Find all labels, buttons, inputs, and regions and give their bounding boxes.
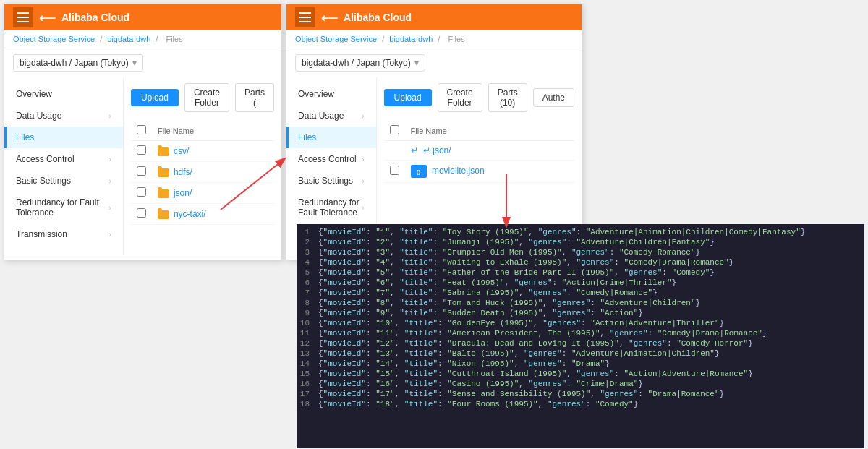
logo-icon: ⟵ — [39, 11, 56, 25]
code-line: 10{"movieId": "10", "title": "GoldenEye … — [297, 318, 864, 328]
file-link[interactable]: nyc-taxi/ — [174, 209, 206, 219]
sidebar-item-basic-settings[interactable]: Basic Settings › — [286, 170, 376, 192]
file-table-1: File Name csv/ hdfs/ json/ — [131, 121, 274, 225]
logo-icon: ⟵ — [321, 11, 338, 25]
row-checkbox[interactable] — [137, 145, 146, 155]
sidebar-item-access-control[interactable]: Access Control › — [4, 148, 123, 170]
chevron-right-icon: › — [362, 112, 364, 120]
row-checkbox[interactable] — [137, 187, 146, 197]
region-label: bigdata-dwh / Japan (Tokyo) — [302, 58, 411, 68]
line-number: 8 — [297, 299, 318, 307]
code-line: 14{"movieId": "14", "title": "Nixon (199… — [297, 359, 864, 369]
line-number: 17 — [297, 390, 318, 398]
line-number: 15 — [297, 369, 318, 378]
code-panel: 1{"movieId": "1", "title": "Toy Story (1… — [297, 224, 864, 448]
sidebar-item-redundancy[interactable]: Redundancy for Fault Tolerance › — [286, 192, 376, 223]
parts-button[interactable]: Parts ( — [235, 83, 274, 112]
line-number: 1 — [297, 228, 318, 236]
file-link[interactable]: csv/ — [174, 146, 189, 156]
select-all-checkbox[interactable] — [390, 125, 399, 134]
code-content: 1{"movieId": "1", "title": "Toy Story (1… — [297, 224, 864, 412]
breadcrumb-current: Files — [166, 35, 182, 43]
top-bar-1: ⟵ Alibaba Cloud — [4, 4, 281, 30]
app-name: Alibaba Cloud — [61, 12, 129, 23]
folder-icon — [158, 147, 169, 156]
table-row: {} movielite.json — [384, 161, 574, 183]
table-row: csv/ — [131, 141, 274, 162]
code-line: 2{"movieId": "2", "title": "Jumanji (199… — [297, 237, 864, 247]
sidebar-item-basic-settings[interactable]: Basic Settings › — [4, 170, 123, 192]
chevron-down-icon: ▾ — [132, 58, 137, 68]
json-file-icon: {} — [411, 165, 427, 178]
table-row: hdfs/ — [131, 162, 274, 183]
hamburger-icon[interactable] — [13, 7, 33, 27]
line-text: {"movieId": "9", "title": "Sudden Death … — [318, 309, 643, 317]
sidebar-item-redundancy[interactable]: Redundancy for Fault Tolerance › — [4, 192, 123, 223]
line-text: {"movieId": "10", "title": "GoldenEye (1… — [318, 319, 724, 328]
code-line: 3{"movieId": "3", "title": "Grumpier Old… — [297, 247, 864, 257]
back-row: ↵ ↵ json/ — [384, 141, 574, 161]
parts-button[interactable]: Parts (10) — [488, 83, 527, 112]
upload-button[interactable]: Upload — [131, 89, 179, 106]
line-text: {"movieId": "2", "title": "Jumanji (1995… — [318, 238, 715, 247]
line-number: 5 — [297, 268, 318, 277]
line-text: {"movieId": "13", "title": "Balto (1995)… — [318, 349, 720, 358]
sidebar-item-files[interactable]: Files — [286, 127, 376, 148]
region-selector-2[interactable]: bigdata-dwh / Japan (Tokyo) ▾ — [295, 54, 425, 72]
sidebar-item-transmission[interactable]: Transmission › — [4, 223, 123, 245]
sidebar-item-data-usage[interactable]: Data Usage › — [286, 105, 376, 127]
line-number: 10 — [297, 319, 318, 328]
line-number: 4 — [297, 258, 318, 267]
code-line: 13{"movieId": "13", "title": "Balto (199… — [297, 348, 864, 359]
toolbar-2: Upload Create Folder Parts (10) Authe — [384, 83, 574, 112]
line-number: 14 — [297, 359, 318, 368]
folder-icon — [158, 210, 169, 219]
code-line: 9{"movieId": "9", "title": "Sudden Death… — [297, 308, 864, 318]
sidebar-item-files[interactable]: Files — [4, 127, 123, 148]
upload-button[interactable]: Upload — [384, 89, 432, 106]
chevron-right-icon: › — [109, 177, 111, 185]
code-line: 17{"movieId": "17", "title": "Sense and … — [297, 389, 864, 399]
sidebar-item-overview[interactable]: Overview — [286, 83, 376, 105]
sidebar-item-overview[interactable]: Overview — [4, 83, 123, 105]
row-checkbox[interactable] — [137, 166, 146, 176]
breadcrumb-2: Object Storage Service / bigdata-dwh / F… — [286, 30, 582, 48]
breadcrumb-bucket[interactable]: bigdata-dwh — [389, 35, 433, 43]
file-table-2: File Name ↵ ↵ json/ {} — [384, 121, 574, 183]
code-line: 15{"movieId": "15", "title": "Cutthroat … — [297, 369, 864, 379]
breadcrumb-oss[interactable]: Object Storage Service — [13, 35, 95, 43]
select-all-checkbox[interactable] — [137, 125, 146, 134]
line-text: {"movieId": "1", "title": "Toy Story (19… — [318, 228, 805, 236]
sidebar-item-access-control[interactable]: Access Control › — [286, 148, 376, 170]
chevron-right-icon: › — [362, 177, 364, 185]
file-link[interactable]: movielite.json — [432, 166, 485, 176]
line-number: 7 — [297, 288, 318, 297]
file-link[interactable]: hdfs/ — [174, 167, 192, 177]
hamburger-icon[interactable] — [295, 7, 315, 27]
code-line: 7{"movieId": "7", "title": "Sabrina (199… — [297, 288, 864, 298]
chevron-right-icon: › — [109, 112, 111, 120]
breadcrumb-oss[interactable]: Object Storage Service — [295, 35, 377, 43]
create-folder-button[interactable]: Create Folder — [438, 83, 482, 112]
top-bar-2: ⟵ Alibaba Cloud — [286, 4, 582, 30]
breadcrumb-bucket[interactable]: bigdata-dwh — [107, 35, 150, 43]
sidebar-item-data-usage[interactable]: Data Usage › — [4, 105, 123, 127]
sidebar-1: Overview Data Usage › Files Access Contr… — [4, 77, 123, 255]
region-selector-1[interactable]: bigdata-dwh / Japan (Tokyo) ▾ — [13, 54, 143, 72]
line-text: {"movieId": "3", "title": "Grumpier Old … — [318, 248, 700, 257]
line-number: 6 — [297, 278, 318, 287]
app-name: Alibaba Cloud — [344, 12, 412, 23]
panel1: ⟵ Alibaba Cloud Object Storage Service /… — [4, 4, 282, 260]
line-text: {"movieId": "17", "title": "Sense and Se… — [318, 390, 724, 398]
line-text: {"movieId": "12", "title": "Dracula: Dea… — [318, 339, 753, 348]
region-label: bigdata-dwh / Japan (Tokyo) — [20, 58, 129, 68]
line-number: 3 — [297, 248, 318, 257]
toolbar-1: Upload Create Folder Parts ( — [131, 83, 274, 112]
row-checkbox[interactable] — [137, 208, 146, 218]
file-link[interactable]: json/ — [174, 188, 192, 198]
auth-button[interactable]: Authe — [533, 88, 574, 107]
create-folder-button[interactable]: Create Folder — [184, 83, 229, 112]
back-icon: ↵ — [411, 145, 418, 155]
row-checkbox[interactable] — [390, 166, 399, 175]
back-link[interactable]: ↵ json/ — [423, 145, 451, 155]
